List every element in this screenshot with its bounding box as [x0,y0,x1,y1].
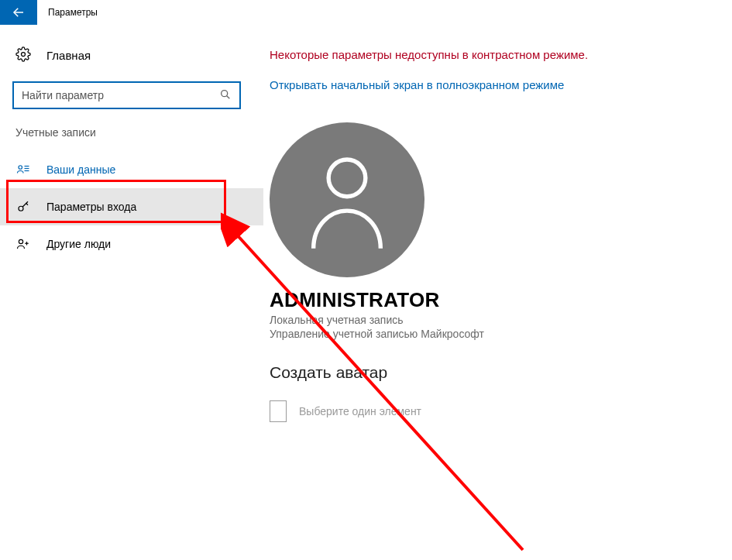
sidebar-item-label: Ваши данные [46,163,115,176]
main-panel: Некоторые параметры недоступны в контрас… [263,25,732,560]
sidebar-item-label: Параметры входа [46,201,136,213]
home-button[interactable]: Главная [0,40,263,70]
create-avatar-heading: Создать аватар [270,363,732,382]
avatar [270,122,424,277]
sidebar-item-signin-options[interactable]: Параметры входа [0,188,263,225]
search-input[interactable] [22,89,219,101]
svg-line-10 [26,204,28,205]
sidebar-item-other-users[interactable]: Другие люди [0,225,263,263]
search-icon [219,88,232,103]
user-name: ADMINISTRATOR [270,288,732,312]
arrow-left-icon [12,5,26,19]
manage-account-link[interactable]: Управление учетной записью Майкрософт [270,328,732,340]
svg-line-3 [227,95,230,98]
person-card-icon [15,163,31,177]
fullscreen-start-link[interactable]: Открывать начальный экран в полноэкранно… [270,78,564,91]
svg-point-8 [19,206,23,211]
svg-point-14 [328,160,366,197]
window-title: Параметры [37,7,98,18]
sidebar: Главная Учетные записи [0,25,263,560]
browse-button[interactable] [270,400,287,422]
sidebar-item-label: Другие люди [46,238,111,250]
svg-point-2 [222,90,228,96]
home-label: Главная [46,49,91,62]
picker-hint: Выберите один элемент [299,405,421,417]
people-icon [15,237,31,251]
sidebar-item-your-info[interactable]: Ваши данные [0,151,263,188]
svg-point-1 [22,53,26,57]
svg-point-4 [19,166,22,170]
search-box[interactable] [12,81,241,109]
gear-icon [15,46,31,64]
person-icon [304,149,390,250]
key-icon [15,200,31,214]
account-type-label: Локальная учетная запись [270,314,732,326]
section-label: Учетные записи [0,123,263,151]
svg-point-11 [19,239,22,243]
back-button[interactable] [0,0,37,25]
titlebar: Параметры [0,0,732,25]
contrast-warning: Некоторые параметры недоступны в контрас… [270,48,732,61]
